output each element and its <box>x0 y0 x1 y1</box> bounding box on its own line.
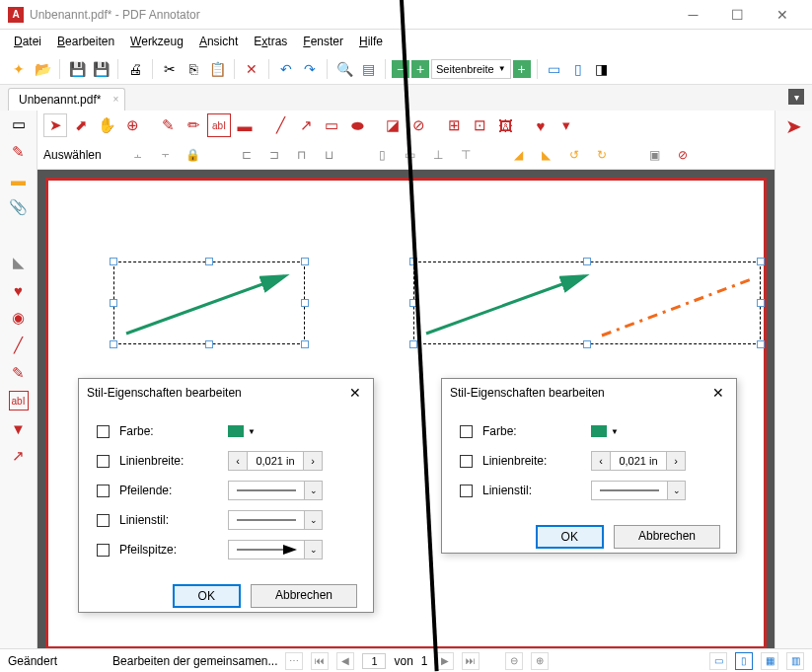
document-tab[interactable]: Unbenannt.pdf* × <box>8 88 125 111</box>
linewidth-dec[interactable]: ‹ <box>228 451 248 471</box>
pen2-icon[interactable]: ✎ <box>156 113 180 137</box>
menu-view[interactable]: Ansicht <box>193 33 244 50</box>
dialog-close-icon[interactable]: ✕ <box>708 385 728 401</box>
ok-button[interactable]: OK <box>173 584 241 608</box>
arrowend-combo[interactable]: ⌄ <box>228 481 323 500</box>
abl-icon[interactable]: abI <box>9 391 29 411</box>
view-1-icon[interactable]: ▭ <box>709 652 727 670</box>
pointer-tool-icon[interactable]: ✎ <box>9 142 29 162</box>
zoom-icon[interactable]: ⊕ <box>120 113 144 137</box>
linestyle-checkbox[interactable] <box>97 514 110 527</box>
note-icon[interactable]: ▬ <box>9 170 29 189</box>
last-page-icon[interactable]: ⏭ <box>462 652 480 670</box>
layout-2-icon[interactable]: ▯ <box>567 58 589 80</box>
line-red-icon[interactable]: ╱ <box>9 336 29 355</box>
menu-help[interactable]: Hilfe <box>353 33 389 50</box>
rot-l-icon[interactable]: ↺ <box>563 144 585 166</box>
stamp2-icon[interactable]: ▾ <box>554 113 578 137</box>
layout-1-icon[interactable]: ▭ <box>544 58 565 80</box>
fav-icon[interactable]: ♥ <box>529 113 553 137</box>
bookmark-icon[interactable]: ▤ <box>357 58 379 80</box>
open-icon[interactable]: 📂 <box>32 58 53 80</box>
selection-left[interactable] <box>113 261 305 344</box>
flip-h-icon[interactable]: ◢ <box>508 144 530 166</box>
sel-icon[interactable]: ◉ <box>9 308 29 328</box>
task-menu-icon[interactable]: ⋯ <box>285 652 303 670</box>
al-1-icon[interactable]: ⊏ <box>236 144 258 166</box>
cancel-button[interactable]: Abbrechen <box>251 584 357 608</box>
prev-page-icon[interactable]: ◀ <box>336 652 354 670</box>
cut-icon[interactable]: ✂ <box>159 58 181 80</box>
page-panel-icon[interactable]: ▭ <box>9 114 29 134</box>
maximize-button[interactable]: ☐ <box>715 1 760 29</box>
eraser-icon[interactable]: ◪ <box>381 113 405 137</box>
linestyle-combo[interactable]: ⌄ <box>591 481 686 500</box>
ellipse-icon[interactable]: ⬬ <box>345 113 369 137</box>
attach-icon[interactable]: 📎 <box>9 197 29 217</box>
triangle-icon[interactable]: ◣ <box>9 253 29 272</box>
snap-icon[interactable]: ⊞ <box>442 113 466 137</box>
al-5-icon[interactable]: ▯ <box>372 144 394 166</box>
group-icon[interactable]: ▣ <box>644 144 666 166</box>
lasso-icon[interactable]: ⬈ <box>69 113 93 137</box>
page[interactable]: Stil-Eigenschaften bearbeiten ✕ Farbe: ▼… <box>45 178 767 649</box>
rect-icon[interactable]: ▭ <box>320 113 343 137</box>
view-3-icon[interactable]: ▦ <box>761 652 778 670</box>
saveas-icon[interactable]: 💾 <box>90 58 111 80</box>
expand-icon[interactable]: + <box>513 60 531 78</box>
cursor-icon[interactable]: ➤ <box>43 113 67 137</box>
heart-icon[interactable]: ♥ <box>9 280 29 300</box>
first-page-icon[interactable]: ⏮ <box>311 652 329 670</box>
view-2-icon[interactable]: ▯ <box>735 652 753 670</box>
selection-right[interactable] <box>413 261 761 344</box>
align-left-icon[interactable]: ⫠ <box>127 144 149 166</box>
menu-window[interactable]: Fenster <box>297 33 349 50</box>
dialog-close-icon[interactable]: ✕ <box>345 385 365 401</box>
align-top-icon[interactable]: ⫟ <box>155 144 177 166</box>
back-icon[interactable]: ⊖ <box>505 652 523 670</box>
text-icon[interactable]: abI <box>207 113 231 137</box>
linewidth-dec[interactable]: ‹ <box>591 451 611 471</box>
color-picker[interactable]: ▼ <box>591 425 623 437</box>
rot-r-icon[interactable]: ↻ <box>591 144 613 166</box>
color-checkbox[interactable] <box>97 425 110 438</box>
arrow2-icon[interactable]: ↗ <box>294 113 318 137</box>
linestyle-checkbox[interactable] <box>460 485 473 497</box>
delete-icon[interactable]: ✕ <box>241 58 262 80</box>
zoom-in-icon[interactable]: + <box>411 60 429 78</box>
save-icon[interactable]: 💾 <box>66 58 88 80</box>
new-icon[interactable]: ✦ <box>8 58 30 80</box>
menu-file[interactable]: Datei <box>8 33 47 50</box>
flip-v-icon[interactable]: ◣ <box>536 144 557 166</box>
tab-close-icon[interactable]: × <box>113 94 119 105</box>
cancel-button[interactable]: Abbrechen <box>614 525 720 549</box>
menu-tool[interactable]: Werkzeug <box>124 33 189 50</box>
hand-icon[interactable]: ✋ <box>95 113 118 137</box>
menu-edit[interactable]: Bearbeiten <box>51 33 120 50</box>
forward-icon[interactable]: ⊕ <box>531 652 549 670</box>
image2-icon[interactable]: 🖼 <box>493 113 517 137</box>
menu-extras[interactable]: Extras <box>248 33 293 50</box>
al-7-icon[interactable]: ⊥ <box>427 144 449 166</box>
linewidth-inc[interactable]: › <box>666 451 686 471</box>
al-4-icon[interactable]: ⊔ <box>319 144 340 166</box>
linewidth-value[interactable]: 0,021 in <box>248 451 303 471</box>
close-button[interactable]: ✕ <box>760 1 804 29</box>
linewidth-value[interactable]: 0,021 in <box>611 451 666 471</box>
pen-icon[interactable]: ✎ <box>9 363 29 383</box>
canvas[interactable]: Stil-Eigenschaften bearbeiten ✕ Farbe: ▼… <box>37 170 775 657</box>
lock-icon[interactable]: 🔒 <box>183 144 204 166</box>
redo-icon[interactable]: ↷ <box>299 58 321 80</box>
al-2-icon[interactable]: ⊐ <box>263 144 285 166</box>
paste-icon[interactable]: 📋 <box>206 58 228 80</box>
color-checkbox[interactable] <box>460 425 473 438</box>
find-icon[interactable]: 🔍 <box>333 58 355 80</box>
arrowtip-checkbox[interactable] <box>97 544 110 557</box>
highlight-icon[interactable]: ▬ <box>233 113 257 137</box>
copy-icon[interactable]: ⎘ <box>183 58 204 80</box>
ok-button[interactable]: OK <box>536 525 604 549</box>
print-icon[interactable]: 🖨 <box>124 58 146 80</box>
al-3-icon[interactable]: ⊓ <box>291 144 313 166</box>
line-icon[interactable]: ╱ <box>268 113 292 137</box>
tab-menu-icon[interactable]: ▾ <box>788 89 804 105</box>
